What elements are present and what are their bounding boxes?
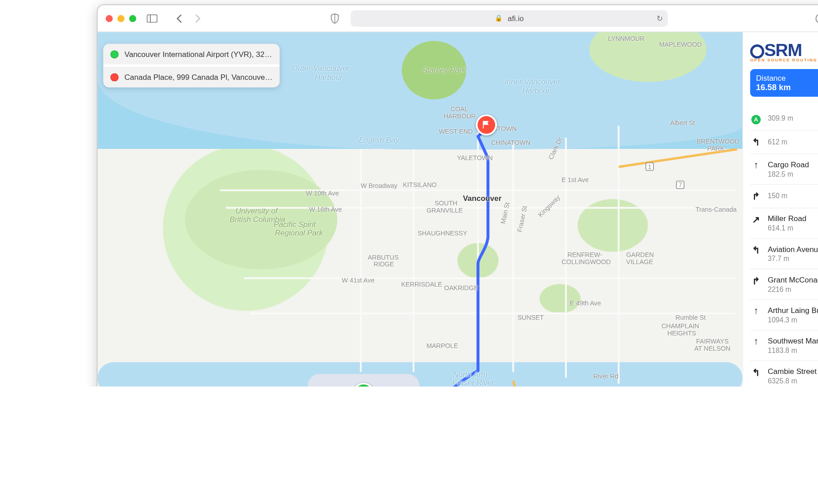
step-icon: ↗	[750, 214, 762, 232]
origin-row[interactable]: Vancouver International Airport (YVR), 3…	[103, 44, 279, 65]
step-icon: ↑	[750, 336, 762, 354]
reload-icon[interactable]: ↻	[657, 14, 663, 23]
step-icon: ↰	[750, 244, 762, 263]
step-icon: A	[750, 113, 762, 124]
address-bar[interactable]: 🔒 afi.io ↻	[351, 10, 668, 26]
distance-metric: Distance 16.58 km	[750, 69, 818, 97]
content-area: Vancouver Richmond Sturgeon Bank Wildlif…	[97, 32, 818, 387]
step-distance: 1094.3 m	[768, 316, 818, 324]
step-icon: ↱	[750, 275, 762, 293]
direction-step[interactable]: ↰612 m	[750, 130, 818, 154]
svg-point-12	[589, 32, 706, 82]
direction-step[interactable]: ↱150 m	[750, 185, 818, 208]
step-distance: 2216 m	[768, 285, 818, 293]
step-road: Cargo Road	[768, 160, 809, 169]
step-icon: ↑	[750, 305, 762, 324]
directions-list: A309.9 m↰612 m↑Cargo Road182.5 m↱150 m↗M…	[750, 107, 818, 387]
step-distance: 614.1 m	[768, 224, 806, 232]
direction-step[interactable]: ↑Southwest Marine Drive1183.8 m	[750, 330, 818, 361]
step-road: Arthur Laing Bridge	[768, 305, 818, 314]
osrm-logo: SRM OPEN SOURCE ROUTING MACHINE	[750, 40, 818, 62]
direction-step[interactable]: ↰Aviation Avenue37.7 m	[750, 239, 818, 269]
destination-row[interactable]: Canada Place, 999 Canada Pl, Vancouver, …	[103, 67, 279, 87]
step-distance: 182.5 m	[768, 170, 809, 178]
direction-step[interactable]: ↑Cargo Road182.5 m	[750, 154, 818, 184]
lock-icon: 🔒	[495, 14, 503, 22]
url-text: afi.io	[508, 14, 524, 23]
step-road: Southwest Marine Drive	[768, 336, 818, 345]
waypoints-panel: Vancouver International Airport (YVR), 3…	[103, 44, 279, 87]
svg-point-3	[816, 13, 818, 23]
map[interactable]: Vancouver Richmond Sturgeon Bank Wildlif…	[97, 32, 742, 387]
direction-step[interactable]: ↑Arthur Laing Bridge1094.3 m	[750, 300, 818, 330]
metrics: Distance 16.58 km Duration 29.59 min	[750, 69, 818, 97]
direction-step[interactable]: ↱Grant McConachie Way2216 m	[750, 269, 818, 300]
step-road: Cambie Street	[768, 367, 817, 376]
close-window-button[interactable]	[106, 15, 113, 22]
step-icon: ↰	[750, 367, 762, 385]
svg-line-25	[513, 381, 548, 387]
destination-text: Canada Place, 999 Canada Pl, Vancouver, …	[125, 73, 273, 82]
direction-step[interactable]: A309.9 m	[750, 107, 818, 130]
directions-sidebar: SRM OPEN SOURCE ROUTING MACHINE Distance…	[743, 32, 818, 387]
step-icon: ↑	[750, 160, 762, 178]
map-label-city: Vancouver	[463, 194, 501, 203]
step-road: Grant McConachie Way	[768, 275, 818, 284]
step-icon: ↰	[750, 136, 762, 148]
step-distance: 150 m	[768, 191, 788, 200]
back-button[interactable]	[171, 11, 187, 26]
window-controls	[106, 15, 136, 22]
downloads-icon[interactable]	[813, 11, 818, 26]
origin-pin-icon	[110, 50, 118, 58]
maximize-window-button[interactable]	[129, 15, 136, 22]
minimize-window-button[interactable]	[117, 15, 125, 22]
svg-rect-0	[147, 14, 157, 22]
step-distance: 37.7 m	[768, 254, 818, 262]
forward-button[interactable]	[190, 11, 205, 26]
step-distance: 309.9 m	[768, 114, 793, 122]
shield-icon[interactable]	[327, 11, 343, 26]
step-road: Aviation Avenue	[768, 244, 818, 253]
step-distance: 6325.8 m	[768, 377, 817, 385]
destination-marker[interactable]	[476, 114, 497, 135]
direction-step[interactable]: ↗Miller Road614.1 m	[750, 208, 818, 239]
origin-text: Vancouver International Airport (YVR), 3…	[125, 50, 273, 59]
svg-point-11	[540, 284, 580, 313]
titlebar: 🔒 afi.io ↻	[97, 5, 818, 32]
destination-pin-icon	[110, 73, 118, 81]
step-icon: ↱	[750, 191, 762, 202]
step-distance: 612 m	[768, 138, 788, 146]
step-road: Miller Road	[768, 214, 806, 223]
sidebar-toggle-icon[interactable]	[144, 11, 160, 26]
browser-window: 🔒 afi.io ↻	[97, 4, 818, 387]
step-distance: 1183.8 m	[768, 346, 818, 354]
direction-step[interactable]: ↰Cambie Street6325.8 m	[750, 361, 818, 387]
